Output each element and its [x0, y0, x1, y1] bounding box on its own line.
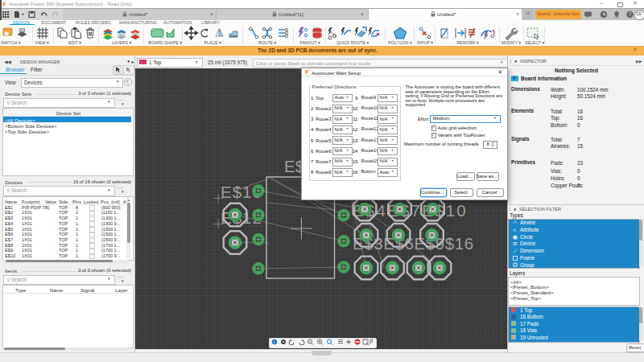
svg-text:i: i [274, 339, 275, 344]
svg-text:A: A [514, 228, 517, 232]
svg-text:?: ? [629, 11, 632, 17]
